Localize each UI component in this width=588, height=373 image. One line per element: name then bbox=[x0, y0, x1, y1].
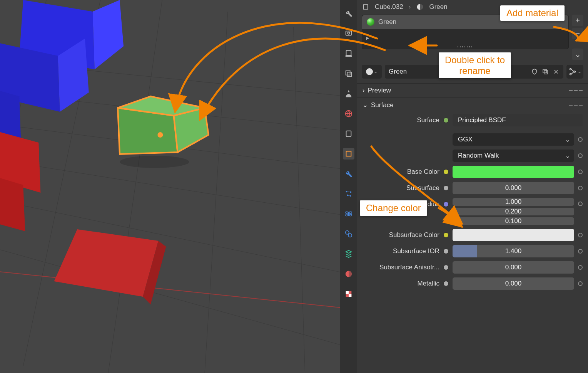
svg-rect-35 bbox=[346, 151, 351, 156]
properties-tab-strip bbox=[340, 0, 357, 373]
material-properties-panel: Cube.032 › Green Green ▸ + − ⌄ bbox=[357, 0, 588, 373]
svg-rect-47 bbox=[346, 291, 348, 294]
svg-point-43 bbox=[345, 231, 349, 234]
svg-line-10 bbox=[205, 12, 228, 373]
color-socket[interactable] bbox=[443, 232, 449, 238]
prop-label: Subsurface Anisotr... bbox=[362, 264, 439, 271]
chevron-right-icon: › bbox=[362, 87, 365, 94]
animate-button[interactable] bbox=[578, 137, 583, 142]
prop-label: Base Color bbox=[362, 168, 439, 176]
add-material-slot-button[interactable]: + bbox=[572, 15, 583, 26]
selected-cube-green[interactable] bbox=[118, 96, 209, 168]
surface-section-header[interactable]: ⌄ Surface bbox=[357, 97, 588, 112]
svg-rect-48 bbox=[349, 294, 351, 297]
mesh-tab[interactable] bbox=[343, 248, 354, 260]
material-name-field[interactable]: Green bbox=[385, 65, 563, 79]
prop-label: Subsurface Color bbox=[362, 231, 439, 239]
remove-material-slot-button[interactable]: − bbox=[572, 28, 583, 39]
animate-button[interactable] bbox=[578, 249, 583, 254]
resize-handle[interactable] bbox=[362, 44, 568, 49]
node-icon bbox=[568, 67, 577, 76]
object-tab[interactable] bbox=[343, 148, 354, 160]
modifier-tab[interactable] bbox=[343, 168, 354, 180]
svg-point-55 bbox=[574, 71, 576, 72]
subsurface-field[interactable]: 0.000 bbox=[453, 182, 574, 194]
svg-rect-31 bbox=[346, 71, 350, 75]
svg-rect-30 bbox=[345, 55, 352, 57]
material-slot-list[interactable]: Green ▸ bbox=[362, 15, 569, 49]
metallic-field[interactable]: 0.000 bbox=[453, 277, 574, 290]
material-slot-name: Green bbox=[378, 18, 396, 26]
subsurface-ior-field[interactable]: 1.400 bbox=[453, 245, 574, 257]
preview-section-header[interactable]: › Preview bbox=[357, 83, 588, 97]
subsurface-radius-y[interactable]: 0.200 bbox=[453, 208, 574, 215]
svg-marker-14 bbox=[93, 0, 124, 69]
subsurface-color-field[interactable] bbox=[453, 229, 574, 241]
subsurface-radius-z[interactable]: 0.100 bbox=[453, 217, 574, 225]
value-socket[interactable] bbox=[443, 281, 449, 286]
physics-tab[interactable] bbox=[343, 208, 354, 220]
scene-tab[interactable] bbox=[343, 88, 354, 99]
render-tab[interactable] bbox=[343, 28, 354, 39]
breadcrumb-material: Green bbox=[429, 3, 447, 11]
output-tab[interactable] bbox=[343, 48, 354, 59]
duplicate-icon[interactable] bbox=[542, 68, 549, 75]
value-socket[interactable] bbox=[443, 249, 449, 254]
animate-button[interactable] bbox=[578, 170, 583, 174]
material-tab[interactable] bbox=[343, 268, 354, 280]
drag-icon bbox=[569, 90, 583, 91]
subsurface-radius-x[interactable]: 1.000 bbox=[453, 198, 574, 206]
material-preview-sphere bbox=[367, 18, 374, 26]
material-browse-dropdown[interactable]: ⌄ bbox=[362, 65, 382, 79]
world-tab[interactable] bbox=[343, 108, 354, 119]
section-title: Preview bbox=[368, 87, 391, 94]
base-color-field[interactable] bbox=[453, 166, 574, 178]
animate-button[interactable] bbox=[578, 265, 583, 270]
svg-marker-25 bbox=[54, 229, 158, 297]
animate-button[interactable] bbox=[578, 153, 583, 158]
svg-point-24 bbox=[157, 132, 163, 138]
svg-point-28 bbox=[347, 32, 350, 34]
material-slot[interactable]: Green bbox=[362, 15, 568, 29]
value-socket[interactable] bbox=[443, 265, 449, 270]
material-specials-menu[interactable]: ⌄ bbox=[572, 49, 583, 60]
chevron-right-icon: › bbox=[409, 3, 411, 11]
vector-socket[interactable] bbox=[443, 202, 449, 207]
tool-tab[interactable] bbox=[343, 8, 354, 19]
prop-label: Surface bbox=[362, 116, 439, 124]
distribution-select[interactable]: GGX bbox=[453, 133, 574, 146]
animate-button[interactable] bbox=[578, 281, 583, 286]
viewport-3d[interactable] bbox=[0, 0, 340, 373]
unlink-icon[interactable] bbox=[553, 68, 560, 75]
svg-point-53 bbox=[570, 69, 571, 70]
collection-tab[interactable] bbox=[343, 128, 354, 139]
svg-line-12 bbox=[0, 270, 340, 308]
shader-select[interactable]: Principled BSDF bbox=[453, 114, 583, 126]
expand-slot-icon[interactable]: ▸ bbox=[362, 32, 568, 44]
shader-socket[interactable] bbox=[443, 118, 449, 123]
subsurface-aniso-field[interactable]: 0.000 bbox=[453, 261, 574, 274]
constraint-tab[interactable] bbox=[343, 228, 354, 240]
value-socket[interactable] bbox=[443, 185, 449, 191]
prop-label: Subsurface IOR bbox=[362, 247, 439, 255]
animate-button[interactable] bbox=[578, 233, 583, 237]
svg-point-40 bbox=[347, 213, 350, 215]
color-socket[interactable] bbox=[443, 169, 449, 175]
animate-button[interactable] bbox=[578, 186, 583, 190]
svg-rect-52 bbox=[544, 71, 548, 74]
prop-label: Metallic bbox=[362, 280, 439, 287]
animate-button[interactable] bbox=[578, 202, 583, 206]
material-icon bbox=[416, 3, 424, 11]
svg-rect-27 bbox=[346, 31, 351, 35]
viewlayer-tab[interactable] bbox=[343, 68, 354, 79]
node-tree-button[interactable]: ⌄ bbox=[566, 65, 583, 79]
svg-line-5 bbox=[0, 239, 340, 347]
svg-rect-32 bbox=[347, 72, 351, 76]
svg-point-44 bbox=[348, 234, 352, 237]
particle-tab[interactable] bbox=[343, 188, 354, 200]
shield-icon[interactable] bbox=[531, 68, 538, 75]
drag-icon bbox=[569, 105, 583, 106]
svg-rect-29 bbox=[346, 50, 351, 55]
texture-tab[interactable] bbox=[343, 288, 354, 300]
subsurface-method-select[interactable]: Random Walk bbox=[453, 150, 574, 162]
